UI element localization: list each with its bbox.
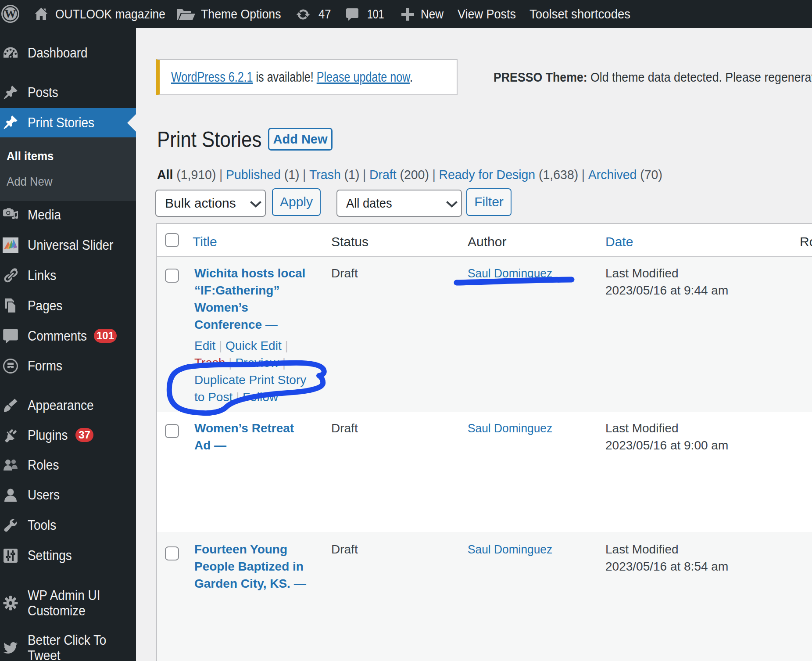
svg-text:W: W	[5, 7, 16, 20]
